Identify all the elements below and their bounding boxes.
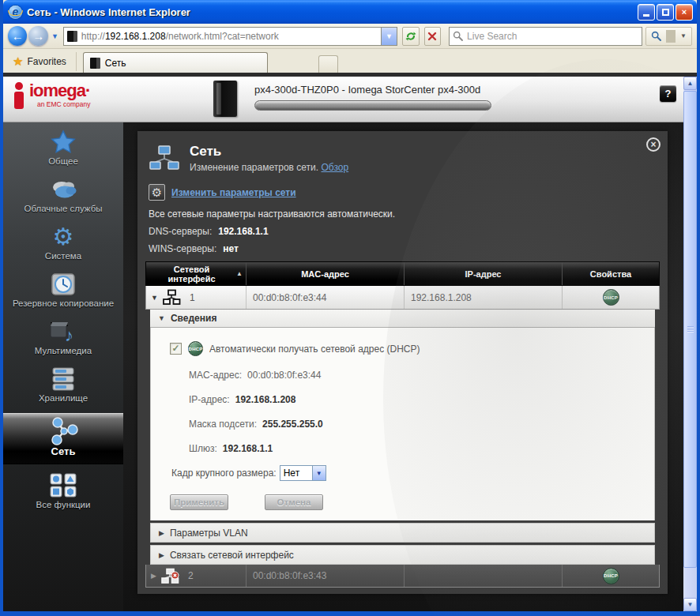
jumbo-frame-row: Кадр крупного размера: Нет ▼ — [171, 465, 654, 481]
sidebar-item-general[interactable]: Общее — [3, 129, 123, 166]
device-status-bar — [254, 100, 491, 111]
scroll-down-button[interactable]: ▼ — [683, 598, 697, 611]
table-header: Сетевой интерфейс▲ MAC-адрес IP-адрес Св… — [145, 261, 660, 286]
storage-stack-icon — [50, 366, 77, 392]
refresh-button[interactable] — [402, 27, 420, 46]
stop-icon — [427, 32, 437, 41]
multimedia-icon: ♪ — [49, 318, 77, 344]
mac-cell: 00:d0:b8:0f:e3:43 — [246, 565, 404, 587]
ip-field: IP-адрес:192.168.1.208 — [189, 394, 654, 405]
ip-cell — [404, 565, 562, 587]
dhcp-badge: DHCP — [188, 341, 203, 356]
interface-1-cell: ▼ 1 — [146, 286, 246, 309]
browser-client-area: iomega· an EMC company px4-300d-THZ0P0 -… — [3, 73, 697, 611]
forward-button[interactable]: → — [28, 26, 47, 46]
search-placeholder: Live Search — [467, 31, 517, 42]
new-tab-stub[interactable] — [318, 55, 338, 73]
device-name: px4-300d-THZ0P0 - Iomega StorCenter px4-… — [254, 84, 480, 96]
tabs-bar: ★ Favorites Сеть — [3, 49, 697, 73]
search-icon — [453, 31, 463, 41]
search-options-chevron[interactable]: ▼ — [676, 32, 691, 39]
search-box[interactable]: Live Search — [449, 27, 642, 46]
browser-window: e Сеть - Windows Internet Explorer × ← →… — [0, 0, 700, 616]
tab-network[interactable]: Сеть — [83, 52, 268, 73]
vertical-scrollbar[interactable]: ▲ ▼ — [683, 77, 697, 611]
address-dropdown-button[interactable]: ▼ — [381, 28, 397, 45]
gear-icon[interactable]: ⚙ — [149, 184, 165, 201]
overview-link[interactable]: Обзор — [321, 162, 348, 173]
app-area: Общее Облачные службы ⚙ Систем — [3, 122, 683, 611]
refresh-icon — [405, 31, 416, 42]
sidebar-item-backup[interactable]: Резервное копирование — [3, 271, 123, 308]
sidebar-item-cloud-services[interactable]: Облачные службы — [3, 176, 123, 213]
minimize-icon — [643, 14, 649, 17]
sidebar-item-multimedia[interactable]: ♪ Мультимедиа — [3, 318, 123, 355]
back-button[interactable]: ← — [8, 26, 27, 46]
maximize-icon — [662, 9, 669, 16]
panel-close-button[interactable]: × — [646, 137, 660, 152]
favorites-button[interactable]: ★ Favorites — [9, 52, 77, 71]
address-bar[interactable]: http://192.168.1.208/network.html?cat=ne… — [63, 27, 397, 46]
url-text[interactable]: http://192.168.1.208/network.html?cat=ne… — [81, 31, 381, 42]
divider — [666, 30, 676, 43]
sidebar-item-system[interactable]: ⚙ Система — [3, 223, 123, 261]
subnet-field: Маска подсети:255.255.255.0 — [189, 419, 654, 430]
interface-2-cell: ▶ 2 — [146, 565, 246, 587]
network-nodes-icon — [46, 418, 81, 444]
section-collapsed-icon: ▶ — [159, 529, 164, 537]
expand-row-icon[interactable]: ▶ — [151, 572, 156, 580]
sidebar: Общее Облачные службы ⚙ Систем — [3, 122, 123, 611]
wins-value: нет — [223, 243, 239, 254]
collapse-row-icon[interactable]: ▼ — [151, 294, 158, 302]
recent-pages-chevron-icon[interactable]: ▼ — [51, 32, 58, 40]
column-header-props[interactable]: Свойства — [562, 262, 659, 285]
star-icon — [50, 129, 77, 155]
jumbo-frame-select[interactable]: Нет ▼ — [280, 465, 326, 481]
dhcp-badge: DHCP — [603, 568, 619, 584]
stop-button[interactable] — [424, 27, 442, 46]
sidebar-item-all-features[interactable]: Все функции — [3, 472, 123, 509]
maximize-button[interactable] — [657, 4, 674, 21]
mac-cell: 00:d0:b8:0f:e3:44 — [246, 286, 404, 309]
section-expanded-icon: ▼ — [158, 314, 165, 322]
details-body: ✓ DHCP Автоматически получать сетевой ад… — [150, 328, 655, 520]
wins-servers-line: WINS-серверы:нет — [149, 243, 668, 254]
gear-icon: ⚙ — [53, 223, 74, 250]
scrollbar-thumb[interactable] — [683, 91, 697, 568]
backup-clock-icon — [50, 271, 77, 297]
interface-icon — [162, 289, 182, 306]
table-row-interface-1[interactable]: ▼ 1 00:d0:b8:0f:e3:44 — [145, 286, 660, 310]
sidebar-item-network[interactable]: Сеть — [3, 413, 123, 464]
table-row-interface-2[interactable]: ▶ 2 — [145, 565, 660, 588]
auto-config-text: Все сетевые параметры настраиваются авто… — [149, 208, 668, 220]
page-viewport: iomega· an EMC company px4-300d-THZ0P0 -… — [3, 77, 683, 611]
interface-disconnected-icon — [160, 568, 180, 584]
sort-asc-icon: ▲ — [236, 269, 243, 279]
edit-network-settings-link[interactable]: Изменить параметры сети — [171, 187, 296, 198]
apply-button[interactable]: Применить — [170, 494, 228, 510]
details-section-bar[interactable]: ▼ Сведения — [150, 310, 655, 328]
search-buttons: ▼ — [645, 27, 692, 46]
jumbo-frame-label: Кадр крупного размера: — [171, 468, 277, 479]
vlan-section-bar[interactable]: ▶ Параметры VLAN — [150, 523, 655, 543]
close-button[interactable]: × — [676, 4, 693, 21]
column-header-ip[interactable]: IP-адрес — [404, 262, 562, 285]
minimize-button[interactable] — [638, 4, 655, 21]
edit-settings-row: ⚙ Изменить параметры сети — [149, 184, 668, 201]
dhcp-checkbox[interactable]: ✓ — [170, 343, 182, 355]
column-header-interface[interactable]: Сетевой интерфейс▲ — [146, 262, 246, 285]
nas-device-icon — [213, 81, 237, 117]
sidebar-item-storage[interactable]: Хранилище — [3, 366, 123, 403]
main-content: × Сеть — [123, 122, 683, 611]
dhcp-checkbox-label: Автоматически получать сетевой адрес (DH… — [209, 344, 420, 355]
search-go-button[interactable] — [646, 31, 666, 41]
scroll-up-button[interactable]: ▲ — [683, 77, 697, 90]
internet-explorer-icon: e — [9, 6, 22, 19]
cancel-button[interactable]: Отмена — [265, 494, 323, 510]
column-header-mac[interactable]: MAC-адрес — [246, 262, 404, 285]
help-button[interactable]: ? — [660, 85, 676, 102]
interface-number: 1 — [190, 292, 195, 303]
bond-section-bar[interactable]: ▶ Связать сетевой интерфейс — [150, 545, 655, 565]
favorites-star-icon: ★ — [13, 54, 23, 69]
select-arrow-icon: ▼ — [312, 466, 326, 480]
